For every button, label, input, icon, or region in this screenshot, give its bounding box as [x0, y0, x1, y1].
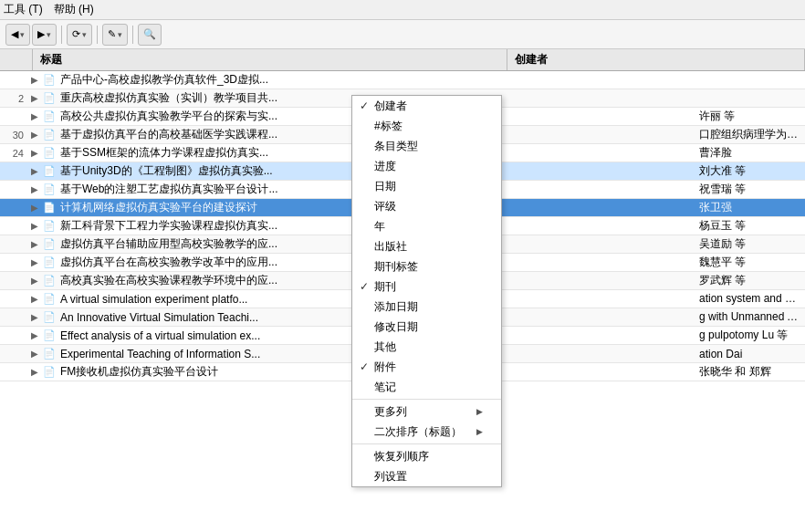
ctx-label: 日期	[374, 179, 483, 194]
table-row[interactable]: ▶ 📄 产品中心-高校虚拟教学仿真软件_3D虚拟...	[0, 71, 805, 89]
ctx-label: 附件	[374, 360, 483, 375]
ctx-item-creator[interactable]: ✓ 创建者	[352, 96, 501, 116]
ctx-label: 笔记	[374, 380, 483, 395]
forward-button[interactable]: ▶ ▾	[32, 24, 57, 46]
doc-icon: 📄	[42, 311, 57, 323]
doc-icon: 📄	[42, 329, 57, 341]
row-creator: 罗武辉 等	[695, 273, 805, 288]
row-creator: 张卫强	[695, 200, 805, 215]
row-creator: g pulpotomy Lu 等	[695, 328, 805, 343]
doc-icon: 📄	[42, 366, 57, 378]
ctx-item-journal[interactable]: ✓ 期刊	[352, 276, 501, 297]
row-creator: ation system and stud... Dong 等	[695, 291, 805, 307]
doc-icon: 📄	[42, 92, 57, 104]
sync-icon: ⟳	[72, 28, 80, 40]
row-creator: ation Dai	[695, 348, 805, 360]
expand-icon[interactable]: ▶	[27, 276, 42, 286]
submenu-arrow-icon: ▶	[476, 427, 483, 436]
doc-icon: 📄	[42, 110, 57, 122]
doc-icon: 📄	[42, 238, 57, 250]
expand-icon[interactable]: ▶	[27, 111, 42, 121]
ctx-item-publisher[interactable]: 出版社	[352, 236, 501, 256]
ctx-item-journal-abbr[interactable]: 期刊标签	[352, 256, 501, 276]
header-title-col[interactable]: 标题	[33, 49, 507, 70]
ctx-item-modify-date[interactable]: 修改日期	[352, 317, 501, 337]
expand-icon[interactable]: ▶	[27, 75, 42, 85]
ctx-item-add-date[interactable]: 添加日期	[352, 297, 501, 317]
ctx-item-hashtag[interactable]: #标签	[352, 116, 501, 136]
forward-arrow: ▾	[47, 30, 51, 39]
header-creator-col[interactable]: 创建者	[507, 49, 805, 70]
ctx-item-notes[interactable]: 笔记	[352, 377, 501, 397]
row-creator: 魏慧平 等	[695, 255, 805, 270]
expand-icon[interactable]: ▶	[27, 239, 42, 249]
table-header: 标题 创建者	[0, 49, 805, 71]
doc-icon: 📄	[42, 348, 57, 360]
row-num: 30	[0, 130, 27, 141]
expand-icon[interactable]: ▶	[27, 294, 42, 304]
ctx-label: 期刊标签	[374, 259, 483, 275]
ctx-label: 修改日期	[374, 319, 483, 335]
ctx-label: 进度	[374, 159, 483, 174]
menu-item-help[interactable]: 帮助 (H)	[54, 2, 94, 17]
toolbar-separator-2	[97, 26, 98, 44]
doc-icon: 📄	[42, 256, 57, 268]
sync-button[interactable]: ⟳ ▾	[67, 24, 92, 46]
row-creator: 曹泽脸	[695, 145, 805, 161]
ctx-item-col-settings[interactable]: 列设置	[352, 466, 501, 486]
row-num: 2	[0, 93, 27, 104]
sync-arrow: ▾	[82, 30, 87, 39]
ctx-item-more-cols[interactable]: 更多列 ▶	[352, 402, 501, 422]
expand-icon[interactable]: ▶	[27, 93, 42, 103]
ctx-item-restore-order[interactable]: 恢复列顺序	[352, 446, 501, 466]
edit-icon: ✎	[108, 28, 116, 40]
ctx-item-itemtype[interactable]: 条目类型	[352, 136, 501, 156]
ctx-label: 评级	[374, 199, 483, 214]
ctx-item-date[interactable]: 日期	[352, 176, 501, 196]
back-icon: ◀	[11, 28, 18, 40]
row-title: 产品中心-高校虚拟教学仿真软件_3D虚拟...	[57, 72, 695, 88]
row-creator: 许丽 等	[695, 109, 805, 124]
ctx-label: 添加日期	[374, 299, 483, 315]
expand-icon[interactable]: ▶	[27, 166, 42, 176]
header-expand-col	[0, 49, 33, 70]
edit-arrow: ▾	[118, 30, 122, 39]
ctx-item-attachment[interactable]: ✓ 附件	[352, 357, 501, 377]
doc-icon: 📄	[42, 74, 57, 86]
ctx-label: 二次排序（标题）	[374, 424, 476, 440]
doc-icon: 📄	[42, 165, 57, 177]
edit-button[interactable]: ✎ ▾	[102, 24, 128, 46]
ctx-label: 出版社	[374, 239, 483, 255]
menu-bar: 工具 (T) 帮助 (H)	[0, 0, 805, 20]
search-button[interactable]: 🔍	[138, 24, 162, 46]
ctx-item-secondary-sort[interactable]: 二次排序（标题） ▶	[352, 422, 501, 442]
expand-icon[interactable]: ▶	[27, 367, 42, 377]
row-creator: 口腔组织病理学为例 牛保华 等	[695, 127, 805, 142]
expand-icon[interactable]: ▶	[27, 130, 42, 140]
ctx-label: 恢复列顺序	[374, 449, 483, 464]
ctx-item-other[interactable]: 其他	[352, 337, 501, 357]
context-menu-separator	[352, 399, 501, 400]
expand-icon[interactable]: ▶	[27, 203, 42, 213]
expand-icon[interactable]: ▶	[27, 330, 42, 340]
expand-icon[interactable]: ▶	[27, 184, 42, 194]
ctx-label: 其他	[374, 339, 483, 355]
main-area: 标题 创建者 ▶ 📄 产品中心-高校虚拟教学仿真软件_3D虚拟... 2 ▶ 📄…	[0, 49, 805, 532]
doc-icon: 📄	[42, 275, 57, 287]
ctx-item-year[interactable]: 年	[352, 216, 501, 236]
check-icon: ✓	[358, 280, 371, 293]
toolbar-separator-1	[61, 26, 62, 44]
expand-icon[interactable]: ▶	[27, 257, 42, 267]
back-button[interactable]: ◀ ▾	[5, 24, 30, 46]
ctx-item-progress[interactable]: 进度	[352, 156, 501, 176]
ctx-item-rating[interactable]: 评级	[352, 196, 501, 216]
expand-icon[interactable]: ▶	[27, 148, 42, 158]
expand-icon[interactable]: ▶	[27, 312, 42, 322]
row-creator: 祝雪瑞 等	[695, 182, 805, 197]
expand-icon[interactable]: ▶	[27, 349, 42, 359]
row-creator: g with Unmanned Aer... He 等	[695, 309, 805, 325]
check-icon: ✓	[358, 360, 371, 373]
doc-icon: 📄	[42, 183, 57, 195]
expand-icon[interactable]: ▶	[27, 221, 42, 231]
menu-item-tools[interactable]: 工具 (T)	[4, 2, 43, 17]
